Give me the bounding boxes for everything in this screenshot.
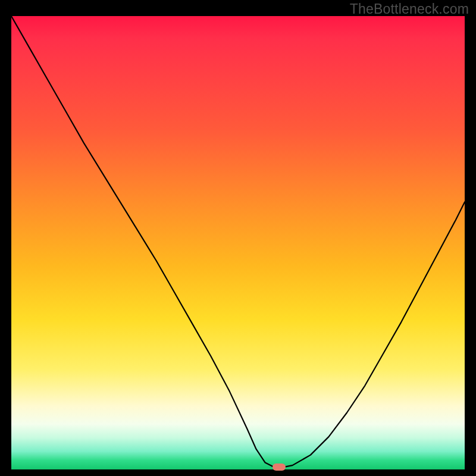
plot-area (11, 16, 465, 469)
optimal-marker (273, 464, 286, 471)
bottleneck-curve (11, 16, 465, 469)
watermark-text: TheBottleneck.com (350, 1, 469, 17)
chart-frame: TheBottleneck.com (0, 0, 476, 476)
